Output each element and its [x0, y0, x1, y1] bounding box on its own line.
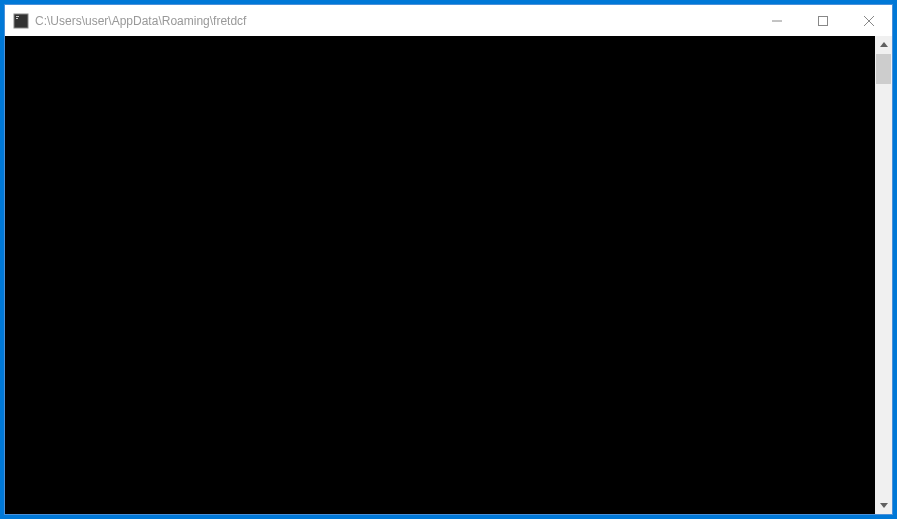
scroll-up-button[interactable] — [875, 36, 892, 53]
svg-marker-7 — [880, 42, 888, 47]
window-controls — [754, 5, 892, 36]
svg-marker-8 — [880, 503, 888, 508]
close-button[interactable] — [846, 5, 892, 36]
titlebar[interactable]: C:\Users\user\AppData\Roaming\fretdcf — [5, 5, 892, 36]
scroll-thumb[interactable] — [876, 54, 891, 84]
svg-rect-4 — [819, 16, 828, 25]
app-icon — [13, 13, 29, 29]
application-window: C:\Users\user\AppData\Roaming\fretdcf — [4, 4, 893, 515]
window-title: C:\Users\user\AppData\Roaming\fretdcf — [35, 14, 754, 28]
svg-rect-1 — [16, 16, 19, 17]
client-area — [5, 36, 892, 514]
minimize-button[interactable] — [754, 5, 800, 36]
vertical-scrollbar[interactable] — [875, 36, 892, 514]
maximize-button[interactable] — [800, 5, 846, 36]
console-content[interactable] — [5, 36, 875, 514]
svg-rect-2 — [16, 18, 18, 19]
scroll-down-button[interactable] — [875, 497, 892, 514]
